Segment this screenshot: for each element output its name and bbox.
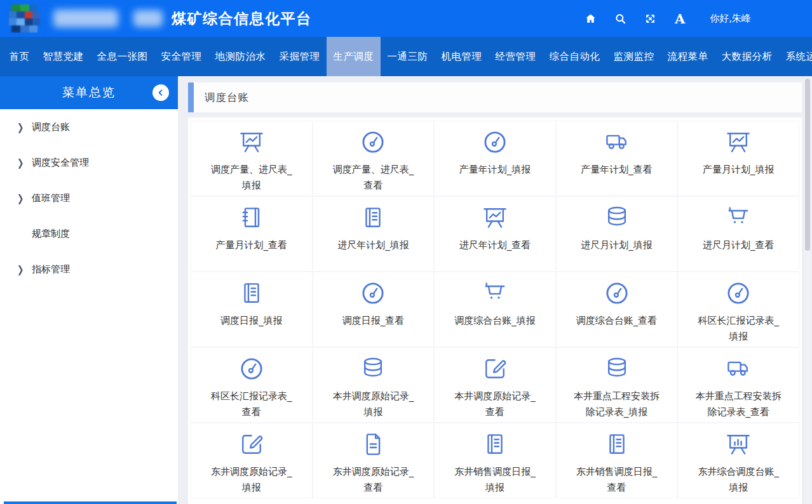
home-icon[interactable] xyxy=(584,12,597,25)
sidebar-menu-item-label: 指标管理 xyxy=(32,263,70,275)
database-icon xyxy=(358,355,388,385)
function-card-label: 科区长汇报记录表_查看 xyxy=(206,388,297,420)
breadcrumb: 调度台账 xyxy=(188,83,802,112)
function-card[interactable]: 进尺月计划_查看 xyxy=(677,196,799,272)
scrollbar-thumb[interactable] xyxy=(805,79,810,251)
sidebar-menu-item[interactable]: ❯值班管理 xyxy=(0,180,178,216)
content-area: 调度台账 调度产量、进尺表_填报调度产量、进尺表_查看产量年计划_填报产量年计划… xyxy=(178,76,812,504)
sidebar-menu-item-label: 规章制度 xyxy=(32,228,70,240)
sidebar-menu-item-label: 调度台账 xyxy=(32,121,70,133)
nav-tab[interactable]: 大数据分析 xyxy=(715,37,779,76)
spiral-notebook-icon xyxy=(237,204,266,234)
function-card[interactable]: 调度日报_填报 xyxy=(191,272,313,347)
function-card-label: 调度日报_查看 xyxy=(342,313,405,329)
function-card-label: 进尺月计划_填报 xyxy=(581,237,653,253)
function-card[interactable]: 产量月计划_查看 xyxy=(191,196,313,272)
ledger-book-icon xyxy=(480,430,510,461)
user-greeting[interactable]: 你好,朱峰 xyxy=(710,13,751,25)
nav-tab[interactable]: 经营管理 xyxy=(489,37,543,76)
function-card-label: 调度日报_填报 xyxy=(220,313,283,329)
breadcrumb-accent-bar xyxy=(188,83,194,112)
function-card-label: 调度产量、进尺表_查看 xyxy=(328,162,418,194)
function-card[interactable]: 东井综合调度台账_填报 xyxy=(677,423,799,498)
function-card[interactable]: 调度综合台账_填报 xyxy=(434,272,556,347)
fullscreen-icon[interactable] xyxy=(644,12,656,25)
sidebar: 菜单总览 ❯调度台账❯调度安全管理❯值班管理❯规章制度❯指标管理 xyxy=(0,76,178,504)
sidebar-menu-item[interactable]: ❯指标管理 xyxy=(0,251,178,287)
database-icon xyxy=(602,204,632,234)
nav-tab[interactable]: 首页 xyxy=(3,37,36,76)
presentation-line-chart-icon xyxy=(480,204,510,234)
function-card[interactable]: 进尺月计划_填报 xyxy=(556,196,678,272)
nav-tab[interactable]: 全息一张图 xyxy=(90,37,154,76)
function-card[interactable]: 产量年计划_填报 xyxy=(434,121,556,196)
function-card-label: 本井调度原始记录_查看 xyxy=(450,388,540,420)
function-card[interactable]: 本井调度原始记录_填报 xyxy=(313,347,435,423)
function-card-label: 本井重点工程安装拆除记录表_填报 xyxy=(572,388,662,420)
app-logo-icon xyxy=(8,3,46,34)
sidebar-collapse-button[interactable] xyxy=(152,84,169,101)
ledger-book-icon xyxy=(358,204,388,234)
nav-tab[interactable]: 采掘管理 xyxy=(273,37,327,76)
function-card-label: 东井调度原始记录_填报 xyxy=(206,464,297,496)
sidebar-menu-item[interactable]: ❯调度安全管理 xyxy=(0,145,178,180)
function-card[interactable]: 产量年计划_查看 xyxy=(556,121,678,196)
function-card[interactable]: 本井重点工程安装拆除记录表_填报 xyxy=(556,347,678,423)
function-card[interactable]: 东井销售调度日报_查看 xyxy=(556,423,678,498)
chevron-left-icon xyxy=(156,88,165,97)
nav-tab[interactable]: 安全管理 xyxy=(154,37,208,76)
nav-tab[interactable]: 一通三防 xyxy=(381,37,435,76)
page-title: 调度台账 xyxy=(205,91,249,105)
database-icon xyxy=(602,355,632,385)
function-card-label: 本井重点工程安装拆除记录表_查看 xyxy=(693,388,783,420)
function-card-label: 产量月计划_查看 xyxy=(216,237,288,253)
function-card[interactable]: 进尺年计划_填报 xyxy=(313,196,435,272)
page-scrollbar[interactable] xyxy=(804,76,811,504)
redacted-org-name xyxy=(53,10,118,27)
function-card-label: 调度综合台账_查看 xyxy=(576,313,658,329)
gauge-icon xyxy=(602,279,632,310)
nav-tab[interactable]: 智慧党建 xyxy=(36,37,90,76)
sidebar-menu-item[interactable]: ❯调度台账 xyxy=(0,109,178,145)
nav-tab[interactable]: 系统运维 xyxy=(779,37,812,76)
function-card[interactable]: 东井销售调度日报_填报 xyxy=(434,423,556,498)
function-card-label: 产量年计划_填报 xyxy=(459,162,531,178)
function-card[interactable]: 本井重点工程安装拆除记录表_查看 xyxy=(677,347,799,423)
search-icon[interactable] xyxy=(614,12,626,25)
function-card[interactable]: 东井调度原始记录_填报 xyxy=(191,423,313,498)
function-card-label: 本井调度原始记录_填报 xyxy=(328,388,418,420)
function-card[interactable]: 调度综合台账_查看 xyxy=(556,272,678,347)
ledger-book-icon xyxy=(237,279,266,310)
function-card[interactable]: 科区长汇报记录表_填报 xyxy=(677,272,799,347)
function-card[interactable]: 本井调度原始记录_查看 xyxy=(434,347,556,423)
function-card[interactable]: 调度产量、进尺表_填报 xyxy=(191,121,313,196)
sidebar-header: 菜单总览 xyxy=(0,76,178,109)
function-card[interactable]: 调度日报_查看 xyxy=(313,272,435,347)
function-card-label: 科区长汇报记录表_填报 xyxy=(693,313,783,345)
function-card-label: 调度综合台账_填报 xyxy=(454,313,536,329)
nav-tab[interactable]: 监测监控 xyxy=(607,37,661,76)
function-card-label: 调度产量、进尺表_填报 xyxy=(206,162,297,194)
nav-tab[interactable]: 地测防治水 xyxy=(208,37,273,76)
function-card-label: 东井销售调度日报_查看 xyxy=(572,464,662,496)
font-size-icon[interactable]: A xyxy=(673,12,686,25)
presentation-line-chart-icon xyxy=(724,128,753,159)
nav-tab[interactable]: 综合自动化 xyxy=(543,37,607,76)
nav-tab[interactable]: 流程菜单 xyxy=(661,37,715,76)
function-card[interactable]: 进尺年计划_查看 xyxy=(434,196,556,272)
sidebar-menu-item-label: 值班管理 xyxy=(32,192,70,204)
gauge-icon xyxy=(358,279,388,310)
function-card-label: 东井综合调度台账_填报 xyxy=(693,464,783,496)
function-card-label: 进尺年计划_查看 xyxy=(459,237,531,253)
sidebar-menu-item[interactable]: ❯规章制度 xyxy=(0,216,178,251)
function-card[interactable]: 科区长汇报记录表_查看 xyxy=(191,347,313,423)
function-card[interactable]: 东井调度原始记录_查看 xyxy=(313,423,435,498)
nav-tab[interactable]: 机电管理 xyxy=(435,37,489,76)
function-card[interactable]: 产量月计划_填报 xyxy=(677,121,799,196)
sidebar-menu-item-label: 调度安全管理 xyxy=(32,157,89,169)
truck-icon xyxy=(602,128,632,159)
presentation-line-chart-icon xyxy=(237,128,266,159)
function-card[interactable]: 调度产量、进尺表_查看 xyxy=(313,121,435,196)
document-icon xyxy=(358,430,388,461)
nav-tab[interactable]: 生产调度 xyxy=(327,37,381,76)
